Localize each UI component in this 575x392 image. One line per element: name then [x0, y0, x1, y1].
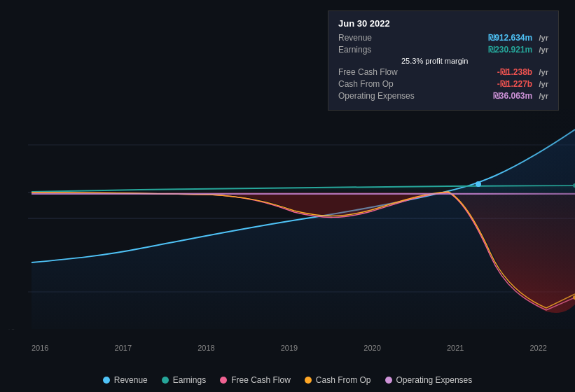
- earnings-value: ₪230.921m /yr: [488, 45, 548, 55]
- tooltip-row-opex: Operating Expenses ₪36.063m /yr: [338, 91, 548, 101]
- opex-label: Operating Expenses: [338, 91, 415, 101]
- revenue-value: ₪912.634m /yr: [488, 33, 548, 43]
- legend-label-earnings: Earnings: [173, 375, 206, 385]
- legend-dot-fcf: [220, 377, 227, 384]
- x-axis: 2016 2017 2018 2019 2020 2021 2022: [0, 344, 575, 352]
- chart-area: [0, 108, 575, 329]
- fcf-label: Free Cash Flow: [338, 67, 415, 77]
- x-label-2016: 2016: [32, 344, 48, 352]
- legend-dot-revenue: [103, 377, 110, 384]
- opex-value: ₪36.063m /yr: [493, 91, 548, 101]
- legend-earnings[interactable]: Earnings: [162, 375, 206, 385]
- legend-revenue[interactable]: Revenue: [103, 375, 148, 385]
- x-label-2017: 2017: [115, 344, 132, 352]
- tooltip-box: Jun 30 2022 Revenue ₪912.634m /yr Earnin…: [328, 10, 559, 111]
- cashfromop-label: Cash From Op: [338, 79, 415, 89]
- legend-label-fcf: Free Cash Flow: [231, 375, 291, 385]
- x-label-2018: 2018: [198, 344, 214, 352]
- legend-label-revenue: Revenue: [114, 375, 148, 385]
- x-label-2021: 2021: [447, 344, 464, 352]
- tooltip-date: Jun 30 2022: [338, 18, 548, 29]
- legend-fcf[interactable]: Free Cash Flow: [220, 375, 291, 385]
- x-label-2020: 2020: [363, 344, 380, 352]
- tooltip-row-revenue: Revenue ₪912.634m /yr: [338, 33, 548, 43]
- legend-label-cashfromop: Cash From Op: [316, 375, 371, 385]
- chart-legend: Revenue Earnings Free Cash Flow Cash Fro…: [0, 375, 575, 385]
- tooltip-row-cashfromop: Cash From Op -₪1.227b /yr: [338, 79, 548, 89]
- fcf-value: -₪1.238b /yr: [497, 67, 548, 77]
- legend-dot-cashfromop: [305, 377, 312, 384]
- svg-rect-8: [478, 108, 575, 329]
- legend-opex[interactable]: Operating Expenses: [385, 375, 473, 385]
- cashfromop-value: -₪1.227b /yr: [497, 79, 548, 89]
- legend-cashfromop[interactable]: Cash From Op: [305, 375, 371, 385]
- x-label-2022: 2022: [529, 344, 546, 352]
- revenue-label: Revenue: [338, 33, 415, 43]
- earnings-label: Earnings: [338, 45, 415, 55]
- profit-margin-note: 25.3% profit margin: [401, 57, 548, 65]
- legend-dot-earnings: [162, 377, 169, 384]
- x-label-2019: 2019: [281, 344, 298, 352]
- tooltip-row-fcf: Free Cash Flow -₪1.238b /yr: [338, 67, 548, 77]
- legend-label-opex: Operating Expenses: [396, 375, 473, 385]
- legend-dot-opex: [385, 377, 392, 384]
- tooltip-row-earnings: Earnings ₪230.921m /yr: [338, 45, 548, 55]
